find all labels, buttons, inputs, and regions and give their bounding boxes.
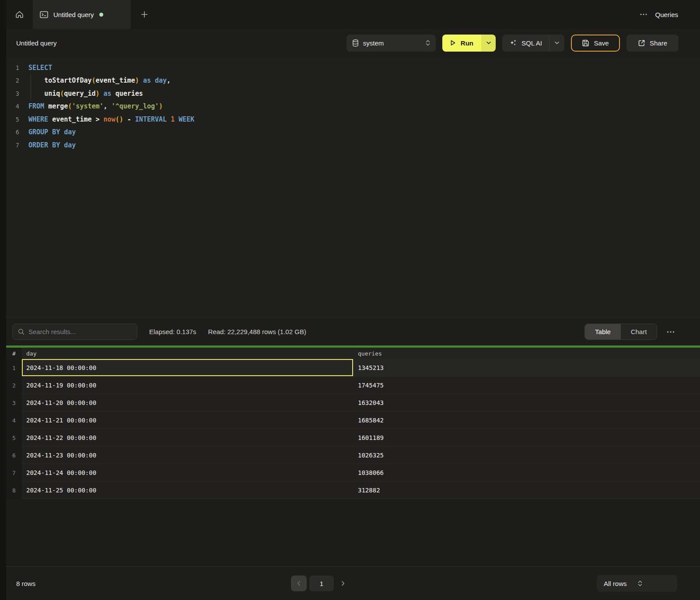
row-number-cell[interactable]: 3: [6, 394, 22, 412]
plus-icon: [140, 10, 148, 18]
sql-ai-options-button[interactable]: [549, 35, 564, 52]
row-number-cell[interactable]: 6: [6, 447, 22, 464]
run-button-group: Run: [442, 35, 496, 52]
queries-cell[interactable]: 1685842: [353, 412, 700, 429]
code-lines: 1SELECT2 toStartOfDay(event_time) as day…: [6, 61, 700, 152]
queries-menu-button[interactable]: Queries: [655, 11, 678, 18]
ai-sparkles-icon: [509, 39, 517, 47]
queries-cell[interactable]: 1601189: [353, 429, 700, 447]
tab-untitled-query[interactable]: Untitled query: [33, 0, 131, 29]
row-number-cell[interactable]: 1: [6, 359, 22, 377]
ellipsis-icon: [640, 14, 647, 15]
code-line[interactable]: 4FROM merge('system', '^query_log'): [6, 100, 700, 113]
line-number: 7: [6, 142, 19, 149]
chevron-right-icon: [341, 581, 345, 586]
line-number: 3: [6, 90, 19, 97]
code-line[interactable]: 3 uniq(query_id) as queries: [6, 87, 700, 100]
column-header-queries[interactable]: queries: [353, 348, 700, 359]
elapsed-stat: Elapsed: 0.137s: [149, 328, 196, 335]
tab-overflow-menu-button[interactable]: [638, 12, 649, 17]
save-button[interactable]: Save: [571, 35, 620, 52]
read-stat: Read: 22,229,488 rows (1.02 GB): [208, 328, 306, 335]
code-text: ORDER BY day: [28, 141, 76, 149]
code-text: toStartOfDay(event_time) as day,: [28, 77, 171, 84]
indent-guide: [31, 74, 31, 100]
code-line[interactable]: 2 toStartOfDay(event_time) as day,: [6, 74, 700, 87]
database-selector-value: system: [363, 39, 421, 47]
database-selector[interactable]: system: [346, 35, 436, 52]
chevron-down-icon: [486, 41, 491, 45]
view-toggle: Table Chart: [584, 324, 657, 340]
queries-cell[interactable]: 1632043: [353, 394, 700, 412]
chart-view-button[interactable]: Chart: [621, 324, 657, 339]
terminal-icon: [40, 11, 48, 18]
table-view-button[interactable]: Table: [585, 324, 621, 339]
line-number: 4: [6, 103, 19, 110]
day-cell[interactable]: 2024-11-24 00:00:00: [22, 464, 353, 481]
row-count: 8 rows: [16, 580, 35, 587]
code-line[interactable]: 5WHERE event_time > now() - INTERVAL 1 W…: [6, 113, 700, 126]
sql-editor[interactable]: 1SELECT2 toStartOfDay(event_time) as day…: [6, 57, 700, 317]
next-page-button[interactable]: [336, 576, 350, 591]
left-edge-strip: [0, 0, 6, 600]
database-icon: [352, 39, 359, 47]
queries-cell[interactable]: 1345213: [353, 359, 700, 377]
home-icon: [15, 10, 24, 19]
queries-cell[interactable]: 312882: [353, 481, 700, 499]
tab-title: Untitled query: [53, 11, 94, 18]
day-cell[interactable]: 2024-11-18 00:00:00: [22, 359, 353, 377]
row-number-cell[interactable]: 7: [6, 464, 22, 481]
code-line[interactable]: 7ORDER BY day: [6, 139, 700, 152]
day-cell[interactable]: 2024-11-19 00:00:00: [22, 377, 353, 394]
sql-ai-button[interactable]: SQL AI: [502, 35, 549, 52]
code-text: SELECT: [28, 64, 52, 72]
run-button[interactable]: Run: [442, 35, 481, 52]
queries-cell[interactable]: 1026325: [353, 447, 700, 464]
home-button[interactable]: [6, 0, 33, 29]
code-text: FROM merge('system', '^query_log'): [28, 102, 163, 110]
share-button[interactable]: Share: [626, 35, 679, 52]
save-icon: [582, 39, 589, 47]
line-number: 6: [6, 129, 19, 136]
results-empty-area: [6, 499, 700, 566]
play-icon: [449, 39, 456, 46]
queries-cell[interactable]: 1745475: [353, 377, 700, 394]
code-line[interactable]: 6GROUP BY day: [6, 126, 700, 139]
query-header: Untitled query system: [6, 29, 700, 57]
column-header-day[interactable]: day: [22, 348, 353, 359]
day-cell[interactable]: 2024-11-23 00:00:00: [22, 447, 353, 464]
results-toolbar: Elapsed: 0.137s Read: 22,229,488 rows (1…: [6, 317, 700, 345]
chevron-left-icon: [297, 581, 301, 586]
unsaved-indicator-dot: [99, 13, 103, 17]
results-overflow-menu-button[interactable]: [665, 329, 676, 335]
pagination: 1: [291, 576, 350, 591]
row-number-cell[interactable]: 4: [6, 412, 22, 429]
row-number-cell[interactable]: 8: [6, 481, 22, 499]
page-size-selector[interactable]: All rows: [597, 575, 677, 592]
code-line[interactable]: 1SELECT: [6, 61, 700, 74]
page-size-value: All rows: [604, 580, 637, 587]
results-table: #dayqueries12024-11-18 00:00:00134521322…: [6, 348, 700, 499]
new-tab-button[interactable]: [131, 0, 158, 29]
sql-console-window: Untitled query Querie: [0, 0, 700, 600]
current-page-button[interactable]: 1: [309, 576, 334, 591]
code-text: uniq(query_id) as queries: [28, 90, 143, 98]
column-header-index[interactable]: #: [6, 348, 22, 359]
line-number: 2: [6, 77, 19, 84]
row-number-cell[interactable]: 2: [6, 377, 22, 394]
day-cell[interactable]: 2024-11-20 00:00:00: [22, 394, 353, 412]
previous-page-button[interactable]: [291, 576, 307, 591]
line-number: 5: [6, 116, 19, 123]
row-number-cell[interactable]: 5: [6, 429, 22, 447]
day-cell[interactable]: 2024-11-22 00:00:00: [22, 429, 353, 447]
line-number: 1: [6, 64, 19, 71]
sql-ai-button-group: SQL AI: [502, 35, 564, 52]
code-text: WHERE event_time > now() - INTERVAL 1 WE…: [28, 115, 194, 123]
day-cell[interactable]: 2024-11-21 00:00:00: [22, 412, 353, 429]
results-footer: 8 rows 1: [6, 566, 700, 600]
search-results-input[interactable]: [28, 328, 132, 335]
queries-cell[interactable]: 1038066: [353, 464, 700, 481]
run-options-button[interactable]: [481, 35, 496, 52]
search-results-box[interactable]: [12, 324, 137, 340]
day-cell[interactable]: 2024-11-25 00:00:00: [22, 481, 353, 499]
